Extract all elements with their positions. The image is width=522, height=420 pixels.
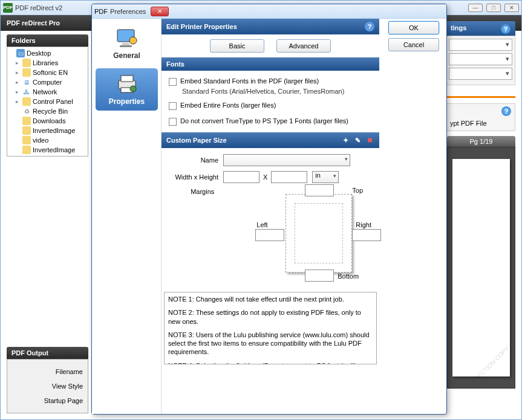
tree-item[interactable]: ▸Softonic EN: [8, 68, 86, 77]
svg-point-3: [129, 37, 137, 44]
name-label: Name: [169, 157, 223, 164]
cancel-button[interactable]: Cancel: [388, 38, 439, 51]
svg-rect-2: [120, 45, 132, 47]
left-margin-input[interactable]: [255, 229, 284, 241]
checkbox-no-convert[interactable]: [169, 118, 177, 126]
tree-item-label: Recycle Bin: [33, 108, 68, 115]
checkbox-embed-standard[interactable]: [169, 78, 177, 86]
folders-tree[interactable]: ▭Desktop▸Libraries▸Softonic EN▸🖥Computer…: [7, 47, 88, 157]
recycle-icon: ♻: [22, 107, 31, 115]
settings-header: tings ?: [446, 21, 515, 37]
ok-button[interactable]: OK: [388, 21, 439, 34]
nav-properties-label: Properties: [109, 97, 145, 106]
expand-icon[interactable]: ▸: [16, 60, 21, 66]
nav-properties[interactable]: Properties: [96, 68, 158, 111]
tree-item-label: Libraries: [33, 59, 58, 66]
tree-item[interactable]: video: [8, 135, 86, 145]
tree-item[interactable]: ▸🖧Network: [8, 87, 86, 97]
settings-dropdown-3[interactable]: [449, 68, 512, 80]
font-opt2-row: Embed Entire Fonts (larger files): [169, 100, 372, 112]
note-3: NOTE 3: Users of the Lulu publishing ser…: [168, 331, 373, 357]
help-icon[interactable]: ?: [365, 22, 374, 31]
page-indicator: Pg 1/19: [447, 136, 515, 147]
tree-item-label: video: [33, 137, 48, 144]
folder-icon: [22, 146, 31, 154]
dialog-buttons: OK Cancel: [388, 21, 443, 55]
unit-select[interactable]: in: [312, 171, 339, 183]
pdf-output-panel: PDF Output Filename View Style Startup P…: [7, 347, 88, 413]
tree-item[interactable]: ▸🖥Computer: [8, 77, 86, 87]
tree-item[interactable]: ▭Desktop: [8, 48, 86, 58]
custom-body: Name Width x Height X in Margins: [161, 148, 379, 289]
folders-header: Folders: [7, 34, 88, 47]
custom-paper-header: Custom Paper Size ✦ ✎ ✖: [161, 132, 379, 148]
note-4: NOTE 4: Selecting the 3rd item (Do not c…: [168, 361, 373, 364]
minimize-button[interactable]: —: [468, 4, 483, 12]
content-panel: OK Cancel Edit Printer Properties ? Basi…: [161, 19, 446, 414]
tree-item[interactable]: ♻Recycle Bin: [8, 106, 86, 116]
expand-icon[interactable]: ▸: [16, 99, 21, 105]
settings-body: [446, 36, 515, 85]
svg-point-7: [130, 86, 136, 92]
help-icon[interactable]: ?: [501, 106, 511, 116]
right-margin-input[interactable]: [352, 229, 381, 241]
tree-item[interactable]: ▸Control Panel: [8, 97, 86, 106]
startup-page-label: Startup Page: [10, 393, 85, 408]
folder-icon: [22, 126, 31, 135]
top-margin-input[interactable]: [305, 184, 334, 196]
folder-icon: [22, 136, 31, 144]
margins-label: Margins: [169, 188, 219, 195]
nav-general-label: General: [113, 51, 140, 60]
tab-basic[interactable]: Basic: [210, 39, 264, 53]
bottom-margin-input[interactable]: [305, 270, 334, 282]
settings-dropdown-1[interactable]: [449, 39, 512, 51]
font-opt1-row: Embed Standard Fonts in the PDF (larger …: [169, 76, 372, 88]
expand-icon[interactable]: ▸: [16, 79, 21, 85]
fonts-header: Fonts: [161, 57, 379, 71]
bottom-label: Bottom: [338, 273, 359, 280]
expand-icon[interactable]: ▸: [16, 69, 21, 76]
folders-panel: Folders ▭Desktop▸Libraries▸Softonic EN▸🖥…: [7, 34, 88, 157]
nav-general[interactable]: General: [96, 22, 158, 65]
main-title: PDF reDirect v2: [15, 4, 62, 11]
x-label: X: [259, 173, 271, 181]
width-input[interactable]: [223, 171, 259, 183]
expand-icon[interactable]: ▸: [16, 89, 21, 95]
maximize-button[interactable]: □: [486, 4, 501, 12]
delete-icon[interactable]: ✖: [365, 135, 374, 145]
tree-item-label: Computer: [33, 79, 62, 86]
preferences-dialog: PDF Preferences ✕ General Properties O: [91, 4, 447, 415]
filename-label: Filename: [10, 364, 85, 379]
tree-item-label: Network: [33, 88, 57, 95]
tab-advanced[interactable]: Advanced: [276, 39, 331, 53]
encrypt-label: ypt PDF File: [450, 116, 511, 127]
tree-item-label: Downloads: [33, 117, 65, 124]
font-opt2-label: Embed Entire Fonts (larger files): [180, 102, 276, 109]
help-icon[interactable]: ?: [501, 24, 511, 34]
dialog-close-button[interactable]: ✕: [151, 7, 169, 16]
settings-dropdown-2[interactable]: [449, 53, 512, 65]
tree-item-label: InvertedImage: [33, 127, 75, 134]
tree-item[interactable]: Downloads: [8, 116, 86, 126]
new-icon[interactable]: ✦: [341, 135, 350, 145]
edit-icon[interactable]: ✎: [353, 135, 362, 145]
dialog-titlebar[interactable]: PDF Preferences ✕: [92, 4, 446, 19]
desktop-icon: ▭: [16, 49, 25, 57]
tree-item[interactable]: InvertedImage: [8, 126, 86, 135]
height-input[interactable]: [271, 171, 307, 183]
name-select[interactable]: [223, 154, 350, 166]
watermark: INSPECTION COPY: [466, 345, 510, 376]
checkbox-embed-entire[interactable]: [169, 102, 177, 110]
svg-rect-1: [122, 43, 129, 45]
note-2: NOTE 2: These settings do not apply to e…: [168, 308, 373, 326]
notes-box[interactable]: NOTE 1: Changes will not take effect unt…: [164, 292, 377, 364]
fonts-body: Embed Standard Fonts in the PDF (larger …: [161, 71, 379, 132]
computer-icon: 🖥: [22, 78, 31, 86]
tree-item-label: Softonic EN: [33, 69, 68, 76]
margin-outline: [295, 203, 343, 263]
tree-item[interactable]: ▸Libraries: [8, 58, 86, 68]
tree-item[interactable]: InvertedImage: [8, 145, 86, 155]
monitor-icon: [115, 27, 139, 49]
close-button[interactable]: ✕: [504, 4, 519, 12]
margin-diagram: Top Left Right Bottom: [255, 188, 372, 279]
